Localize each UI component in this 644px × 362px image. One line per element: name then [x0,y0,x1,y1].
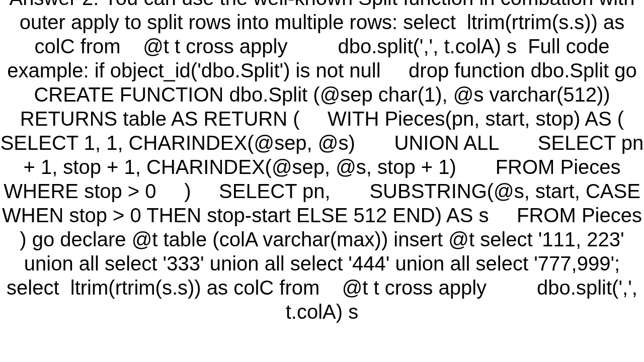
page-container: Answer 2: You can use the well-known Spl… [0,0,644,362]
answer-body-text: Answer 2: You can use the well-known Spl… [0,0,644,324]
